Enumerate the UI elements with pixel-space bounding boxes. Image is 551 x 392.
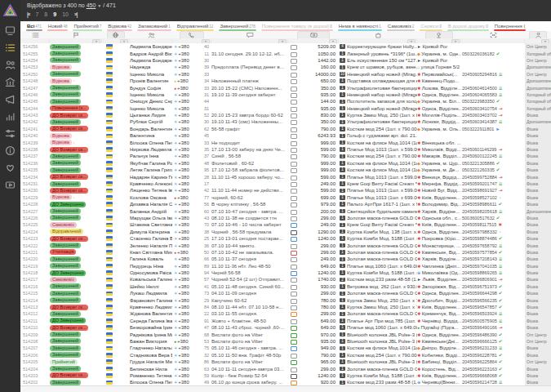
- table-row[interactable]: 514222ЗавершенийЗеленко Наталія Па.✳+380…: [20, 242, 551, 248]
- table-row[interactable]: 514236ЗавершенийЯкубчак Галина Ром.✳+380…: [20, 160, 551, 167]
- sidebar-item-bank[interactable]: [0, 74, 20, 91]
- table-row[interactable]: 514255ЗавершенийБадров Андрій Вікт.✳+380…: [20, 50, 551, 56]
- table-row[interactable]: 514214ЗавершенийФаранович Галина✳+38029К…: [20, 296, 551, 303]
- table-row[interactable]: 514243ДО Возврат ск...Цыганюк Лидия✳+380…: [20, 112, 551, 118]
- table-row[interactable]: 514209ЗавершенийРаднікова Ірина Ми.✳+380…: [20, 331, 551, 337]
- tab-out-of-stock[interactable]: Нема в наявності1: [335, 21, 384, 31]
- page-button-7[interactable]: 7: [35, 11, 38, 17]
- table-row[interactable]: 514215ЗавершенийЛукаш Людмила✳+3807304.1…: [20, 290, 551, 296]
- sidebar-item-support[interactable]: [0, 159, 20, 176]
- tab-refused[interactable]: Відмова42: [104, 21, 135, 31]
- table-row[interactable]: 514241ДО Возврат ск...Бондарь Валентина✳…: [20, 126, 551, 132]
- column-header-source[interactable]: [525, 31, 551, 38]
- tab-services[interactable]: Сервіси0: [417, 21, 444, 31]
- tab-accepted[interactable]: Прийнятий7: [70, 21, 104, 31]
- table-row[interactable]: 514223ДО Возврат ск...Стасенко Галина Ви…: [20, 235, 551, 242]
- table-row[interactable]: 514254ЗавершенийЛюдмила Бондаренко✳+3803…: [20, 57, 551, 64]
- app-logo-icon[interactable]: [3, 4, 17, 16]
- phone-tail: 31: [204, 92, 211, 97]
- table-row[interactable]: 514211ДО ЗавершеноСереда Галина Іван.✳+3…: [20, 318, 551, 324]
- tab-new[interactable]: Новий48: [45, 21, 71, 31]
- table-row[interactable]: 514226ЗавершенийМарущак Ольга Іва.✳+3804…: [20, 215, 551, 221]
- table-row[interactable]: 514204ЗавершенийБелинская Нила✳+3806304.…: [20, 365, 551, 372]
- sidebar-nav: [0, 22, 20, 194]
- sidebar-item-sliders[interactable]: [0, 125, 20, 142]
- table-row[interactable]: 514228ДО ЗавершеноДихавка Наталія Си.✳+3…: [20, 201, 551, 207]
- sidebar-item-megaphone[interactable]: [0, 91, 20, 108]
- tab-done[interactable]: Завершений278: [216, 21, 258, 31]
- column-header-status[interactable]: [50, 31, 102, 38]
- table-row[interactable]: 514245ЗавершенийОнищук Денис Серг.✳+3804…: [20, 98, 551, 105]
- shown-range-end[interactable]: 450: [87, 2, 96, 8]
- column-header-client[interactable]: [130, 31, 172, 38]
- tab-sent[interactable]: Відправлений12: [174, 21, 217, 31]
- column-header-delivery[interactable]: [417, 31, 461, 38]
- table-row[interactable]: 514248Відмова◔Пронів Валентин●+38034Нало…: [20, 78, 551, 84]
- table-row[interactable]: 514210ДО Возврат ск...Безкоровайна Ірина…: [20, 324, 551, 331]
- table-row[interactable]: 514238ДО Возврат ск...Ниркова Людмила✳+3…: [20, 146, 551, 153]
- table-row[interactable]: 514216ЗавершенийШейко Неллі✳+3804105.10 …: [20, 283, 551, 290]
- sidebar-item-dashboard[interactable]: [0, 22, 20, 39]
- table-row[interactable]: 514231ЗавершенийКравченко Алексей✳+38017…: [20, 180, 551, 187]
- tab-return-transit[interactable]: Повернення товару (в дорозі)0: [259, 21, 335, 31]
- product-cell: 1Ультрафиолетовая бактерицид...: [339, 118, 417, 125]
- sidebar-item-orders[interactable]: [0, 39, 20, 56]
- table-row[interactable]: 514206ЗавершенийСтадникова Вера В.✳+3803…: [20, 352, 551, 359]
- table-row[interactable]: 514240ВідмоваВалентина✳+380456243.931Гол…: [20, 132, 551, 139]
- table-row[interactable]: 514203ДО Возврат ск...Романенко Тетяна✳+…: [20, 372, 551, 379]
- table-row[interactable]: 514224ВідправленийДимула Катерина✳+38038…: [20, 229, 551, 235]
- table-row[interactable]: 514225СамовивізШтакина Светлана✳+3807007…: [20, 221, 551, 228]
- table-row[interactable]: 514235ЗавершенийЛетяк Галина Григо.✳+380…: [20, 167, 551, 173]
- table-row[interactable]: 514218ДО ЗавершеноОдносумова Раіса І.✳+3…: [20, 270, 551, 276]
- table-row[interactable]: 514250ЗавершенийІщенко Микола✳+380331400…: [20, 71, 551, 78]
- table-row[interactable]: 514212ЗавершенийЖданова Валентина✳+38022…: [20, 310, 551, 317]
- page-size-caret-icon[interactable]: ▼: [97, 3, 101, 8]
- column-header-comment[interactable]: [211, 31, 288, 38]
- table-row[interactable]: 514221УтилізаціяКнап Світлана Мих.●+3805…: [20, 249, 551, 256]
- sidebar-item-chart[interactable]: [0, 108, 20, 125]
- table-row[interactable]: 514242ЗавершенийРублюк Сергій✳+3803019.1…: [20, 118, 551, 125]
- table-row[interactable]: 514229Відмова◔Козлова Оксана●+38077чорни…: [20, 194, 551, 201]
- tab-return[interactable]: Повернення (: [491, 21, 529, 31]
- table-row[interactable]: 514205ПрийнятийГрудок Наталія Мик.✳+3808…: [20, 359, 551, 365]
- table-row[interactable]: 514247ЗавершенийБундук Софія●+3803320.10…: [20, 84, 551, 91]
- table-row[interactable]: 514239Відмова◔Білоока Олена Петр.✳+38033…: [20, 139, 551, 145]
- page-button-9[interactable]: 9: [53, 11, 56, 17]
- table-row[interactable]: 514244Повернення (з...Іщенко Микола✳+380…: [20, 105, 551, 112]
- table-row[interactable]: 514207ЗавершенийГладченко Наталья✳+38075…: [20, 345, 551, 351]
- table-row[interactable]: 514253ВідмоваНадежда✳+38039Предоплата (П…: [20, 64, 551, 70]
- column-header-ttn[interactable]: [461, 31, 525, 38]
- table-row[interactable]: 514220ЗавершенийГалина Коваль✳+3806605.1…: [20, 256, 551, 262]
- column-header-payment[interactable]: [288, 31, 339, 38]
- tab-pickup[interactable]: Самовивіз2: [384, 21, 418, 31]
- table-row[interactable]: 514213ДО Возврат ск...Кравченко Людмил..…: [20, 304, 551, 310]
- price-cell: 999.00: [288, 139, 339, 145]
- page-button-10[interactable]: 10: [62, 11, 69, 17]
- ukraine-flag-icon: [106, 209, 113, 214]
- table-row[interactable]: 514227ЗавершенийБаланюк Андрій✳+3806007.…: [20, 207, 551, 214]
- quantity-badge: 1: [340, 284, 345, 289]
- last-page-button[interactable]: »|: [74, 11, 77, 17]
- tab-on-way-home[interactable]: В дорозі додому0: [445, 21, 491, 31]
- column-header-id[interactable]: [20, 31, 50, 38]
- column-header-country[interactable]: [102, 31, 130, 38]
- column-header-phone[interactable]: [172, 31, 211, 38]
- table-row[interactable]: 514256ЗавершенийЛюдмила Бондаренко✳+3804…: [20, 43, 551, 50]
- table-row[interactable]: 514246ЗавершенийІщенко Микола✳+3803119.1…: [20, 91, 551, 98]
- table-row[interactable]: 514208ЗавершенийБажан Виктория●+38053Вис…: [20, 338, 551, 345]
- table-row[interactable]: 514219ЗавершенийПедурець Ніна✳+3808911.1…: [20, 263, 551, 270]
- table-row[interactable]: 514217СамовивізКовальська Галина✳+38057Ч…: [20, 276, 551, 283]
- page-button-8[interactable]: 8: [44, 11, 47, 17]
- tab-packed[interactable]: Запакований1: [135, 21, 174, 31]
- tab-all[interactable]: Всі471: [24, 21, 45, 31]
- first-page-button[interactable]: |«: [27, 11, 29, 17]
- carrier-icon: ⌂: [417, 65, 420, 69]
- payment-type-icon: [291, 326, 297, 331]
- column-header-product[interactable]: [339, 31, 417, 38]
- sidebar-item-video[interactable]: [0, 176, 20, 194]
- sidebar-item-info[interactable]: [0, 142, 20, 159]
- table-row[interactable]: 514234ДО Возврат ск...Надарян Каринэ Гв.…: [20, 173, 551, 180]
- table-row[interactable]: 514230ДО Возврат ск...Лященко Тетяна Іва…: [20, 187, 551, 194]
- sidebar-item-clients-nav[interactable]: [0, 56, 20, 74]
- table-row[interactable]: 514237ЗавершенийРальчук Інна✳+38037Синій…: [20, 153, 551, 159]
